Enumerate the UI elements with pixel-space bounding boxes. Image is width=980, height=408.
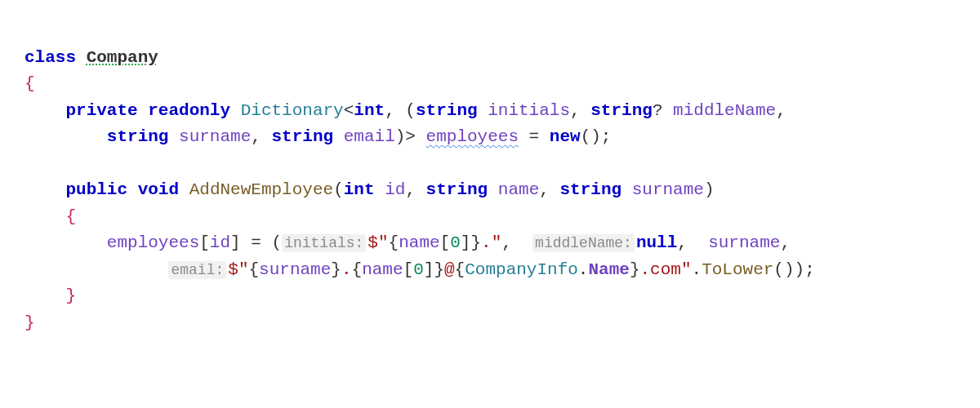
code-line-7: { bbox=[24, 207, 76, 226]
keyword-string: string bbox=[107, 127, 169, 146]
code-line-11: } bbox=[24, 313, 35, 332]
param-middlename: middleName bbox=[673, 101, 776, 120]
ref-surname: surname bbox=[259, 260, 331, 279]
keyword-void: void bbox=[138, 180, 179, 199]
code-line-3: private readonly Dictionary<int, (string… bbox=[24, 101, 786, 120]
inlay-hint-email: email: bbox=[168, 261, 226, 279]
keyword-null: null bbox=[636, 233, 677, 252]
keyword-new: new bbox=[550, 127, 581, 146]
prop-name: Name bbox=[588, 260, 629, 279]
inlay-hint-middlename: middleName: bbox=[532, 234, 635, 252]
param-surname: surname bbox=[632, 180, 704, 199]
keyword-int: int bbox=[344, 180, 375, 199]
ref-name: name bbox=[362, 260, 403, 279]
code-line-10: } bbox=[24, 286, 76, 305]
code-line-9: email:$"{surname}.{name[0]}@{CompanyInfo… bbox=[24, 260, 815, 279]
type-dictionary: Dictionary bbox=[241, 101, 344, 120]
code-line-8: employees[id] = (initials:$"{name[0]}.",… bbox=[24, 233, 791, 252]
type-companyinfo: CompanyInfo bbox=[465, 260, 578, 279]
keyword-string: string bbox=[272, 127, 334, 146]
ref-name: name bbox=[399, 233, 439, 252]
close-brace: } bbox=[24, 313, 35, 332]
param-surname: surname bbox=[179, 127, 251, 146]
close-brace: } bbox=[65, 286, 76, 305]
inlay-hint-initials: initials: bbox=[282, 234, 366, 252]
keyword-public: public bbox=[65, 180, 127, 199]
code-line-4: string surname, string email)> employees… bbox=[24, 127, 611, 146]
code-line-2: { bbox=[24, 74, 35, 93]
keyword-string: string bbox=[426, 180, 488, 199]
class-name: Company bbox=[87, 48, 158, 67]
ref-surname: surname bbox=[708, 233, 780, 252]
keyword-class: class bbox=[24, 48, 76, 67]
empty-line bbox=[24, 154, 35, 173]
open-brace: { bbox=[65, 207, 76, 226]
code-editor[interactable]: class Company { private readonly Diction… bbox=[0, 0, 980, 337]
method-tolower: ToLower bbox=[702, 260, 773, 279]
keyword-string: string bbox=[559, 180, 621, 199]
keyword-string: string bbox=[590, 101, 653, 120]
ref-employees: employees bbox=[107, 233, 199, 252]
keyword-readonly: readonly bbox=[148, 101, 230, 120]
number-zero: 0 bbox=[450, 233, 461, 252]
keyword-string: string bbox=[416, 101, 478, 120]
method-name: AddNewEmployee bbox=[189, 180, 333, 199]
param-email: email bbox=[344, 127, 395, 146]
ref-id: id bbox=[210, 233, 230, 252]
param-id: id bbox=[385, 180, 405, 199]
keyword-private: private bbox=[65, 101, 137, 120]
field-employees: employees bbox=[426, 127, 519, 146]
number-zero: 0 bbox=[413, 260, 424, 279]
code-line-1: class Company bbox=[24, 48, 158, 67]
code-line-6: public void AddNewEmployee(int id, strin… bbox=[24, 180, 715, 199]
open-brace: { bbox=[24, 74, 35, 93]
keyword-int: int bbox=[354, 101, 385, 120]
param-initials: initials bbox=[488, 101, 570, 120]
param-name: name bbox=[498, 180, 539, 199]
